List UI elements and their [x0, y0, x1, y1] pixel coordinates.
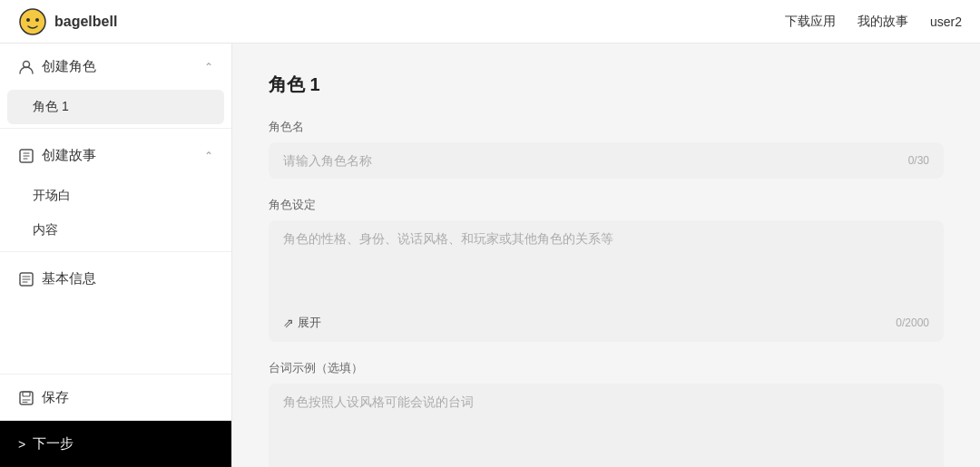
- sidebar-footer: 保存 > 下一步: [0, 374, 231, 467]
- next-arrow-icon: >: [18, 437, 25, 452]
- page-title: 角色 1: [269, 73, 944, 97]
- main-layout: 创建角色 ⌃ 角色 1 创建故事 ⌃: [0, 44, 980, 467]
- chevron-up-icon-story: ⌃: [204, 150, 213, 162]
- character-setting-label: 角色设定: [269, 197, 944, 213]
- nav-user[interactable]: user2: [930, 15, 962, 29]
- sidebar-item-character-1[interactable]: 角色 1: [7, 90, 224, 124]
- expand-label: 展开: [298, 315, 321, 331]
- svg-point-0: [20, 9, 45, 34]
- sidebar-group-create-story-label-wrapper: 创建故事: [18, 147, 96, 164]
- save-icon: [18, 390, 34, 406]
- header: bagelbell 下载应用 我的故事 user2: [0, 0, 980, 44]
- nav-download[interactable]: 下载应用: [785, 14, 836, 30]
- next-label: 下一步: [33, 435, 74, 452]
- sidebar: 创建角色 ⌃ 角色 1 创建故事 ⌃: [0, 44, 232, 467]
- sidebar-section-basic-info: 基本信息: [0, 256, 231, 302]
- sidebar-section-story: 创建故事 ⌃ 开场白 内容: [0, 132, 231, 248]
- sidebar-group-create-character[interactable]: 创建角色 ⌃: [0, 44, 231, 90]
- character-lines-textarea[interactable]: [283, 394, 929, 467]
- chevron-up-icon-character: ⌃: [204, 61, 213, 73]
- sidebar-item-content[interactable]: 内容: [0, 213, 231, 248]
- save-button[interactable]: 保存: [0, 375, 231, 421]
- sidebar-group-basic-info[interactable]: 基本信息: [0, 256, 231, 302]
- next-button[interactable]: > 下一步: [0, 421, 231, 467]
- person-icon: [18, 59, 34, 75]
- character-setting-section: 角色设定 ⇗ 展开 0/2000: [269, 197, 944, 342]
- info-icon: [18, 271, 34, 287]
- character-setting-textarea[interactable]: [283, 231, 929, 304]
- character-lines-section: 台词示例（选填） 0/300: [269, 360, 944, 467]
- sidebar-group-create-story[interactable]: 创建故事 ⌃: [0, 132, 231, 179]
- character-lines-label: 台词示例（选填）: [269, 360, 944, 376]
- character-setting-footer: ⇗ 展开 0/2000: [283, 315, 929, 331]
- sidebar-section-character: 创建角色 ⌃ 角色 1: [0, 44, 231, 124]
- expand-icon: ⇗: [283, 316, 294, 330]
- logo-text: bagelbell: [54, 14, 117, 30]
- logo: bagelbell: [18, 7, 117, 36]
- sidebar-group-create-character-label-wrapper: 创建角色: [18, 58, 96, 75]
- character-name-label: 角色名: [269, 119, 944, 135]
- header-nav: 下载应用 我的故事 user2: [785, 14, 962, 30]
- logo-icon: [18, 7, 47, 36]
- character-name-char-count: 0/30: [908, 154, 929, 167]
- sidebar-basic-info-label: 基本信息: [42, 270, 96, 287]
- sidebar-group-basic-info-label-wrapper: 基本信息: [18, 270, 96, 287]
- nav-stories[interactable]: 我的故事: [858, 14, 908, 30]
- divider-1: [0, 128, 231, 129]
- svg-point-1: [26, 18, 30, 22]
- main-content: 角色 1 角色名 0/30 角色设定 ⇗ 展开 0/2000: [232, 44, 980, 467]
- book-icon: [18, 148, 34, 164]
- sidebar-create-story-label: 创建故事: [42, 147, 96, 164]
- save-label: 保存: [42, 389, 69, 406]
- character-setting-char-count: 0/2000: [896, 316, 929, 329]
- sidebar-item-opening[interactable]: 开场白: [0, 179, 231, 213]
- character-setting-textarea-wrapper: ⇗ 展开 0/2000: [269, 220, 944, 342]
- svg-point-2: [35, 18, 39, 22]
- character-name-section: 角色名 0/30: [269, 119, 944, 179]
- character-name-input-wrapper: 0/30: [269, 142, 944, 179]
- character-lines-textarea-wrapper: 0/300: [269, 384, 944, 467]
- character-name-input[interactable]: [283, 153, 908, 168]
- divider-2: [0, 251, 231, 252]
- expand-button[interactable]: ⇗ 展开: [283, 315, 321, 331]
- sidebar-create-character-label: 创建角色: [42, 58, 96, 75]
